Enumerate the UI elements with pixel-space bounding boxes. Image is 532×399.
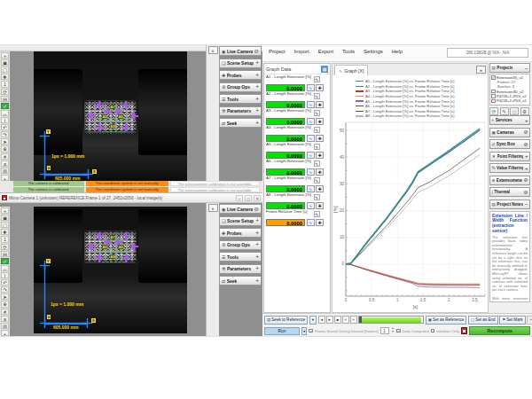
measurement-point-cross[interactable] <box>122 101 130 109</box>
camera-image-viewport[interactable]: A7A5A6A8 Y 0 X 1px = 1.000 mm 605.000 mm <box>34 51 187 181</box>
interval-spinner-arrows[interactable]: ▲▼ <box>391 327 395 334</box>
target-icon[interactable]: ⊕ <box>1 145 9 152</box>
measurement-point-cross[interactable] <box>88 112 96 120</box>
menu-help[interactable]: Help <box>392 49 403 54</box>
maximize-button[interactable]: □ <box>245 195 252 201</box>
section-point-filtering[interactable]: ▼Point Filtering+ <box>489 152 530 161</box>
accordion-item-tools[interactable]: ☰Tools+ <box>219 252 262 262</box>
accordion-item-probes[interactable]: ✚Probes+ <box>219 70 262 80</box>
menu-tools[interactable]: Tools <box>342 49 355 54</box>
recompute-button[interactable]: Recompute <box>469 326 530 335</box>
graph-data-options-icon[interactable]: ▦ <box>321 66 328 73</box>
close-button[interactable]: ✕ <box>254 195 261 201</box>
timeline-slider[interactable] <box>358 316 424 324</box>
step-back-button[interactable]: ◄ <box>318 316 325 324</box>
set-mark-button[interactable]: ⚑ Set Mark <box>499 316 525 325</box>
pan-icon[interactable]: ✚ <box>1 74 9 80</box>
project-checkbox[interactable] <box>491 94 496 98</box>
measurement-point-cross[interactable] <box>122 232 130 240</box>
plot-toggle-icon[interactable]: ∿ <box>307 152 315 159</box>
accordion-item-probes[interactable]: ✚Probes+ <box>219 228 262 238</box>
stop-button[interactable]: ■ <box>334 316 341 324</box>
image-icon[interactable]: ▤ <box>1 96 9 102</box>
settings-button[interactable]: ⚙ <box>520 107 529 115</box>
section-thermal[interactable]: ∫Thermal⊘ <box>489 187 530 197</box>
expand-icon[interactable]: + <box>255 121 259 126</box>
edit-icon[interactable]: ✎ <box>314 160 321 168</box>
project-checkbox[interactable] <box>491 99 496 104</box>
section-action-icon[interactable]: + <box>525 118 528 123</box>
project-item-extension3d-v2[interactable]: Extension3D_v2 <box>491 89 528 93</box>
accordion-item-group-ops[interactable]: ⚙Group Ops+ <box>219 82 262 92</box>
run-mode-select[interactable]: Run <box>264 327 300 335</box>
tool-icon[interactable]: ✚ <box>316 118 324 125</box>
edit-icon[interactable]: ✎ <box>314 194 321 201</box>
menu-settings[interactable]: Settings <box>364 49 383 54</box>
plot-toggle-icon[interactable]: ∿ <box>307 135 315 142</box>
tool-icon[interactable]: ✚ <box>316 185 324 192</box>
expand-icon[interactable]: + <box>255 97 259 102</box>
measurement-point-cross[interactable] <box>96 123 104 131</box>
section-action-icon[interactable]: ⊘ <box>523 129 528 135</box>
live-camera-header-2[interactable]: ◉ Live Camera ⊘ <box>219 204 262 214</box>
tool-icon[interactable]: ✚ <box>316 135 324 142</box>
measurement-point-cross[interactable] <box>96 254 104 262</box>
layers-icon[interactable]: ≡ <box>1 160 9 167</box>
edit-icon[interactable]: ✎ <box>314 177 321 184</box>
tool-icon[interactable]: ✚ <box>316 84 324 91</box>
section-sync-box[interactable]: ⇄Sync Box⊘ <box>489 139 530 149</box>
menu-import[interactable]: Import <box>294 49 309 54</box>
project-item-p4218-1-p03-v2[interactable]: P4218+1+P03_v2 <box>491 94 528 98</box>
plot-toggle-icon[interactable]: ∿ <box>307 202 315 209</box>
export-view-icon[interactable]: ◒ <box>1 175 9 181</box>
section-cameras[interactable]: ▣Cameras⊘ <box>489 128 530 137</box>
measure-icon[interactable]: ↔ <box>1 265 9 271</box>
pan-icon[interactable]: ✚ <box>1 229 9 235</box>
interval-spinner[interactable]: 1 <box>380 327 389 334</box>
one-to-one-icon[interactable]: 1 <box>1 81 9 87</box>
add-icon[interactable]: + <box>1 207 9 214</box>
accordion-item-seek[interactable]: ⇄Seek+ <box>219 118 262 128</box>
undo-icon[interactable]: ↶ <box>1 279 9 286</box>
minimize-button[interactable]: – <box>236 195 243 201</box>
camera-image-viewport-2[interactable]: A7A5A6A8 Y 0 X 1px = 1.000 mm 605.000 mm <box>34 207 187 333</box>
edit-icon[interactable]: ✎ <box>314 93 321 100</box>
zoom-fit-icon[interactable]: ▢ <box>1 222 9 228</box>
measurement-point-cross[interactable] <box>130 112 138 120</box>
select-region-icon[interactable]: ▣ <box>1 59 9 66</box>
collapse-right-panel-button[interactable]: » <box>476 66 486 74</box>
edit-icon[interactable]: ✎ <box>314 76 321 83</box>
play-button[interactable]: ► <box>326 316 333 324</box>
project-checkbox[interactable]: ✓ <box>491 75 496 80</box>
section-action-icon[interactable]: − <box>525 201 528 207</box>
measurement-point-cross[interactable] <box>122 123 130 131</box>
edit-icon[interactable]: ✎ <box>314 127 321 134</box>
one-to-one-icon[interactable]: 1 <box>1 236 9 242</box>
expand-icon[interactable]: + <box>255 242 259 247</box>
undo-icon[interactable]: ↶ <box>1 124 9 130</box>
live-camera-header[interactable]: ◉ Live Camera ⊘ <box>219 46 262 56</box>
grid-icon[interactable]: # <box>1 153 9 160</box>
expand-icon[interactable]: + <box>255 254 259 260</box>
go-start-button[interactable]: « <box>342 316 349 324</box>
seek-options-dropdown[interactable]: ▾ <box>309 316 317 325</box>
export-view-icon[interactable]: ◒ <box>1 330 9 336</box>
initialize-only-checkbox[interactable] <box>431 329 435 333</box>
accordion-item-group-ops[interactable]: ⚙Group Ops+ <box>219 240 262 250</box>
expand-icon[interactable]: + <box>255 84 259 90</box>
measurement-point-cross[interactable] <box>88 243 96 251</box>
measurement-point-cross[interactable] <box>96 101 104 109</box>
plot-toggle-icon[interactable]: ∿ <box>307 118 315 125</box>
tool-icon[interactable]: ✚ <box>316 101 324 108</box>
strip-frames-button[interactable]: ✂ Strip Frames <box>527 316 532 325</box>
menu-export[interactable]: Export <box>318 49 333 54</box>
section-action-icon[interactable]: ⊘ <box>523 142 528 147</box>
collapse-projects-icon[interactable]: − <box>525 66 528 71</box>
calibrated-icon[interactable]: ✓ <box>1 103 9 109</box>
project-item-p4218-2-p03-v2[interactable]: P4218+2+P03_v2 <box>491 98 528 103</box>
collapse-panel-button[interactable]: » <box>208 46 218 54</box>
tool-icon[interactable]: ✚ <box>316 152 324 159</box>
run-mode-arrow[interactable]: ▾ <box>301 327 308 335</box>
data-computed-checkbox[interactable]: ✓ <box>396 329 401 333</box>
calibrated-icon[interactable]: ✓ <box>1 258 9 264</box>
